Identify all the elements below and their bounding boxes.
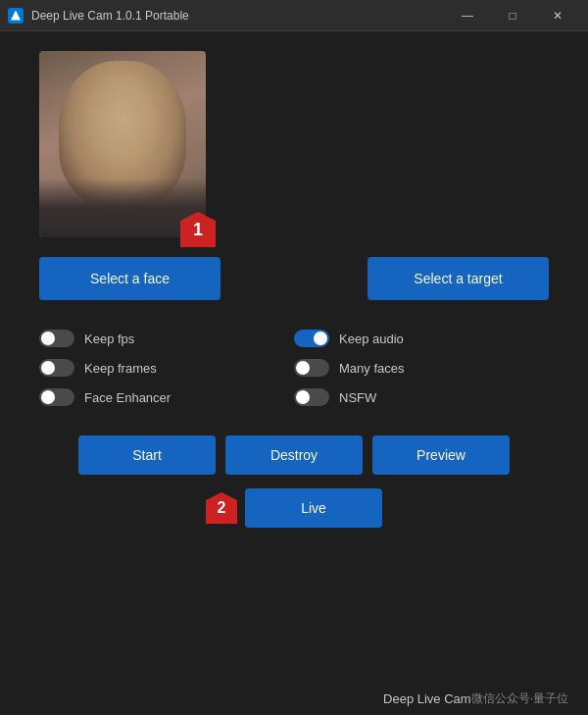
close-button[interactable]: ✕ xyxy=(535,0,580,31)
face-enhancer-row: Face Enhancer xyxy=(39,388,294,406)
select-face-button[interactable]: Select a face xyxy=(39,257,220,300)
many-faces-label: Many faces xyxy=(339,361,404,376)
keep-audio-row: Keep audio xyxy=(294,330,549,347)
footer-app-name: Deep Live Cam xyxy=(383,691,471,706)
keep-audio-toggle[interactable] xyxy=(294,330,329,347)
toggles-section: Keep fps Keep frames Face Enhancer Keep … xyxy=(39,330,549,406)
start-button[interactable]: Start xyxy=(78,435,216,475)
window-controls: — □ ✕ xyxy=(445,0,580,31)
preview-button[interactable]: Preview xyxy=(372,435,510,475)
destroy-button[interactable]: Destroy xyxy=(225,435,363,475)
title-bar: Deep Live Cam 1.0.1 Portable — □ ✕ xyxy=(0,0,588,31)
face-photo xyxy=(39,51,206,237)
right-toggles: Keep audio Many faces NSFW xyxy=(294,330,549,406)
keep-fps-toggle[interactable] xyxy=(39,330,74,347)
nsfw-label: NSFW xyxy=(339,390,376,405)
keep-frames-row: Keep frames xyxy=(39,359,294,377)
footer-watermark: 微信公众号·量子位 xyxy=(471,690,568,707)
face-image xyxy=(39,51,206,237)
nsfw-row: NSFW xyxy=(294,388,549,406)
live-button[interactable]: Live xyxy=(245,488,382,528)
bottom-buttons: Start Destroy Preview 2 Live xyxy=(39,435,549,528)
action-buttons-row: Select a face Select a target xyxy=(39,257,549,300)
many-faces-toggle[interactable] xyxy=(294,359,329,377)
app-title: Deep Live Cam 1.0.1 Portable xyxy=(31,9,445,23)
maximize-button[interactable]: □ xyxy=(490,0,535,31)
keep-frames-toggle[interactable] xyxy=(39,359,74,377)
keep-frames-label: Keep frames xyxy=(84,361,157,376)
live-row: 2 Live xyxy=(39,488,549,528)
top-section: 1 Select a face Select a target xyxy=(39,51,549,300)
face-enhancer-label: Face Enhancer xyxy=(84,390,171,405)
keep-fps-row: Keep fps xyxy=(39,330,294,347)
footer: Deep Live Cam 微信公众号·量子位 xyxy=(0,683,588,715)
left-toggles: Keep fps Keep frames Face Enhancer xyxy=(39,330,294,406)
live-badge: 2 xyxy=(206,492,237,524)
nsfw-toggle[interactable] xyxy=(294,388,329,406)
face-photo-container: 1 xyxy=(39,51,206,237)
main-content: 1 Select a face Select a target Keep fps… xyxy=(0,31,588,683)
minimize-button[interactable]: — xyxy=(445,0,490,31)
keep-audio-label: Keep audio xyxy=(339,332,404,346)
face-enhancer-toggle[interactable] xyxy=(39,388,74,406)
app-icon xyxy=(8,8,24,24)
many-faces-row: Many faces xyxy=(294,359,549,377)
select-target-button[interactable]: Select a target xyxy=(368,257,549,300)
keep-fps-label: Keep fps xyxy=(84,332,134,346)
